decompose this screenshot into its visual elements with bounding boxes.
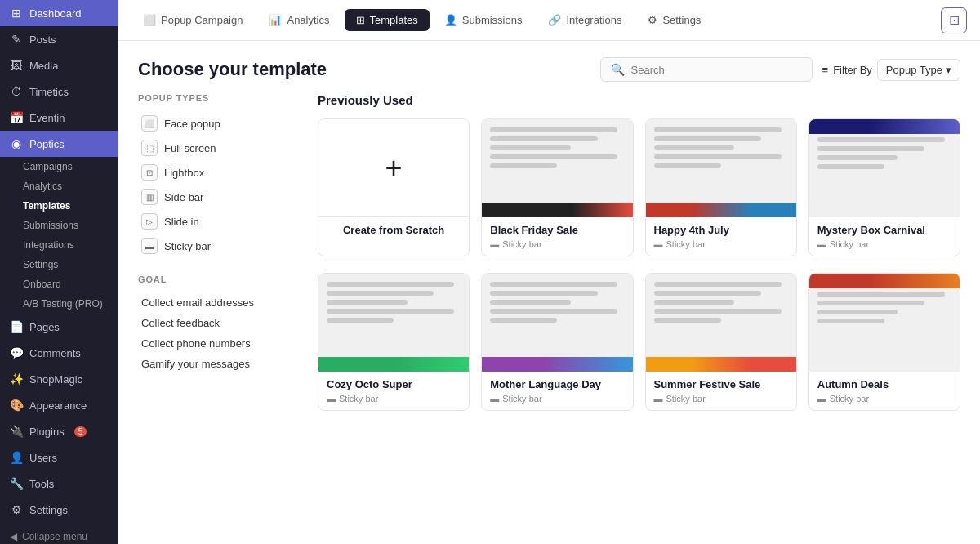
july4-card[interactable]: Happy 4th July ▬ Sticky bar bbox=[645, 118, 797, 256]
july4-tag: ▬ Sticky bar bbox=[654, 239, 788, 249]
previously-used-title: Previously Used bbox=[318, 93, 960, 107]
media-icon: 🖼 bbox=[10, 59, 23, 72]
july4-info: Happy 4th July ▬ Sticky bar bbox=[646, 217, 796, 256]
sidebar-item-pages[interactable]: 📄 Pages bbox=[0, 314, 118, 340]
sidebar-sub-settings[interactable]: Settings bbox=[0, 255, 118, 274]
sidebar-item-posts[interactable]: ✎ Posts bbox=[0, 26, 118, 52]
summer-info: Summer Festive Sale ▬ Sticky bar bbox=[646, 372, 796, 410]
sidebar-item-plugins[interactable]: 🔌 Plugins 5 bbox=[0, 418, 118, 444]
sidebar-sub-integrations[interactable]: Integrations bbox=[0, 235, 118, 255]
cozy-octo-card[interactable]: Cozy Octo Super ▬ Sticky bar bbox=[318, 273, 470, 411]
filter-lightbox[interactable]: ⊡ Lightbox bbox=[138, 160, 301, 185]
filter-face-popup[interactable]: ⬜ Face popup bbox=[138, 111, 301, 136]
submissions-icon: 👤 bbox=[444, 14, 457, 26]
cozy-name: Cozy Octo Super bbox=[327, 378, 461, 390]
analytics-icon: 📊 bbox=[269, 14, 282, 26]
sidebar-item-media[interactable]: 🖼 Media bbox=[0, 52, 118, 78]
create-from-scratch-card[interactable]: + Create from Scratch bbox=[318, 118, 470, 256]
sticky-bar-icon: ▬ bbox=[490, 239, 499, 249]
filter-collect-email[interactable]: Collect email addresses bbox=[138, 292, 301, 313]
cozy-thumb bbox=[318, 274, 469, 372]
eventin-icon: 📅 bbox=[10, 111, 23, 124]
search-box[interactable]: 🔍 bbox=[600, 57, 813, 82]
sticky-bar-icon: ▬ bbox=[141, 238, 158, 254]
tab-templates[interactable]: ⊞ Templates bbox=[345, 9, 430, 31]
summer-tag: ▬ Sticky bar bbox=[654, 394, 788, 404]
black-friday-accent bbox=[482, 203, 632, 217]
left-panel: POPUP TYPES ⬜ Face popup ⬚ Full screen ⊡… bbox=[138, 93, 301, 544]
sidebar-sub-ab-testing[interactable]: A/B Testing (PRO) bbox=[0, 294, 118, 314]
templates-icon: ⊞ bbox=[356, 14, 365, 26]
sidebar-item-settings[interactable]: ⚙ Settings bbox=[0, 497, 118, 523]
black-friday-tag: ▬ Sticky bar bbox=[490, 239, 624, 249]
autumn-deals-card[interactable]: Autumn Deals ▬ Sticky bar bbox=[808, 273, 960, 411]
autumn-top-bar bbox=[809, 274, 960, 288]
black-friday-name: Black Friday Sale bbox=[490, 224, 624, 236]
popup-campaign-icon: ⬜ bbox=[143, 14, 156, 26]
black-friday-info: Black Friday Sale ▬ Sticky bar bbox=[482, 217, 632, 256]
sidebar-item-shopmagic[interactable]: ✨ ShopMagic bbox=[0, 366, 118, 392]
filter-collect-phone[interactable]: Collect phone numbers bbox=[138, 333, 301, 354]
collapse-menu-button[interactable]: ◀ Collapse menu bbox=[0, 523, 118, 544]
mother-tag-icon: ▬ bbox=[490, 394, 499, 404]
sidebar-item-timetics[interactable]: ⏱ Timetics bbox=[0, 78, 118, 105]
slide-in-icon: ▷ bbox=[141, 213, 158, 230]
sidebar-sub-submissions[interactable]: Submissions bbox=[0, 216, 118, 235]
search-input[interactable] bbox=[631, 64, 802, 76]
tab-analytics[interactable]: 📊 Analytics bbox=[257, 9, 341, 31]
nav-settings-icon: ⚙ bbox=[648, 14, 657, 26]
mother-info: Mother Language Day ▬ Sticky bar bbox=[482, 372, 632, 410]
sidebar-item-poptics[interactable]: ◉ Poptics bbox=[0, 131, 118, 157]
settings-icon: ⚙ bbox=[10, 503, 23, 516]
comments-icon: 💬 bbox=[10, 346, 23, 359]
summer-accent bbox=[646, 357, 796, 372]
sidebar-item-tools[interactable]: 🔧 Tools bbox=[0, 470, 118, 497]
black-friday-card[interactable]: Black Friday Sale ▬ Sticky bar bbox=[481, 118, 633, 256]
sidebar: ⊞ Dashboard ✎ Posts 🖼 Media ⏱ Timetics 📅… bbox=[0, 0, 118, 544]
mystery-box-card[interactable]: Mystery Box Carnival ▬ Sticky bar bbox=[808, 118, 960, 256]
july4-accent bbox=[646, 203, 796, 217]
autumn-name: Autumn Deals bbox=[817, 378, 951, 390]
filter-dropdown[interactable]: Popup Type ▾ bbox=[877, 59, 960, 81]
black-friday-thumb bbox=[482, 119, 632, 217]
sidebar-item-eventin[interactable]: 📅 Eventin bbox=[0, 105, 118, 131]
sidebar-sub-templates[interactable]: Templates bbox=[0, 196, 118, 216]
filter-gamify[interactable]: Gamify your messages bbox=[138, 354, 301, 374]
sidebar-sub-campaigns[interactable]: Campaigns bbox=[0, 157, 118, 176]
filter-sticky-bar[interactable]: ▬ Sticky bar bbox=[138, 234, 301, 258]
integrations-icon: 🔗 bbox=[548, 14, 561, 26]
page-header: Choose your template 🔍 ≡ Filter By Popup… bbox=[118, 41, 980, 93]
sidebar-item-comments[interactable]: 💬 Comments bbox=[0, 340, 118, 366]
summer-festive-card[interactable]: Summer Festive Sale ▬ Sticky bar bbox=[645, 273, 797, 411]
sidebar-item-appearance[interactable]: 🎨 Appearance bbox=[0, 392, 118, 418]
shopmagic-icon: ✨ bbox=[10, 372, 23, 386]
page-title: Choose your template bbox=[138, 59, 327, 80]
main-content: ⬜ Popup Campaign 📊 Analytics ⊞ Templates… bbox=[118, 0, 980, 544]
mother-thumb bbox=[482, 274, 632, 372]
filter-full-screen[interactable]: ⬚ Full screen bbox=[138, 136, 301, 160]
summer-thumb bbox=[646, 274, 796, 372]
timetics-icon: ⏱ bbox=[10, 85, 23, 98]
sidebar-item-users[interactable]: 👤 Users bbox=[0, 444, 118, 470]
cozy-accent bbox=[318, 357, 469, 372]
filter-collect-feedback[interactable]: Collect feedback bbox=[138, 313, 301, 333]
tab-popup-campaign[interactable]: ⬜ Popup Campaign bbox=[131, 9, 254, 31]
mother-language-card[interactable]: Mother Language Day ▬ Sticky bar bbox=[481, 273, 633, 411]
tab-settings[interactable]: ⚙ Settings bbox=[636, 9, 712, 31]
popup-types-section: POPUP TYPES ⬜ Face popup ⬚ Full screen ⊡… bbox=[138, 93, 301, 258]
filter-slide-in[interactable]: ▷ Slide in bbox=[138, 209, 301, 234]
tab-submissions[interactable]: 👤 Submissions bbox=[433, 9, 534, 31]
july4-thumb bbox=[646, 119, 796, 217]
filter-side-bar[interactable]: ▥ Side bar bbox=[138, 185, 301, 209]
content-area: Choose your template 🔍 ≡ Filter By Popup… bbox=[118, 41, 980, 544]
top-nav: ⬜ Popup Campaign 📊 Analytics ⊞ Templates… bbox=[118, 0, 980, 41]
body-layout: POPUP TYPES ⬜ Face popup ⬚ Full screen ⊡… bbox=[118, 93, 980, 544]
sidebar-sub-analytics[interactable]: Analytics bbox=[0, 176, 118, 196]
sticky-bar-tag-icon: ▬ bbox=[654, 239, 663, 249]
tab-integrations[interactable]: 🔗 Integrations bbox=[537, 9, 633, 31]
collapse-icon: ◀ bbox=[10, 531, 17, 542]
help-button[interactable]: ⊡ bbox=[941, 7, 967, 33]
sidebar-sub-onboard[interactable]: Onboard bbox=[0, 274, 118, 294]
dashboard-icon: ⊞ bbox=[10, 7, 23, 20]
sidebar-item-dashboard[interactable]: ⊞ Dashboard bbox=[0, 0, 118, 26]
